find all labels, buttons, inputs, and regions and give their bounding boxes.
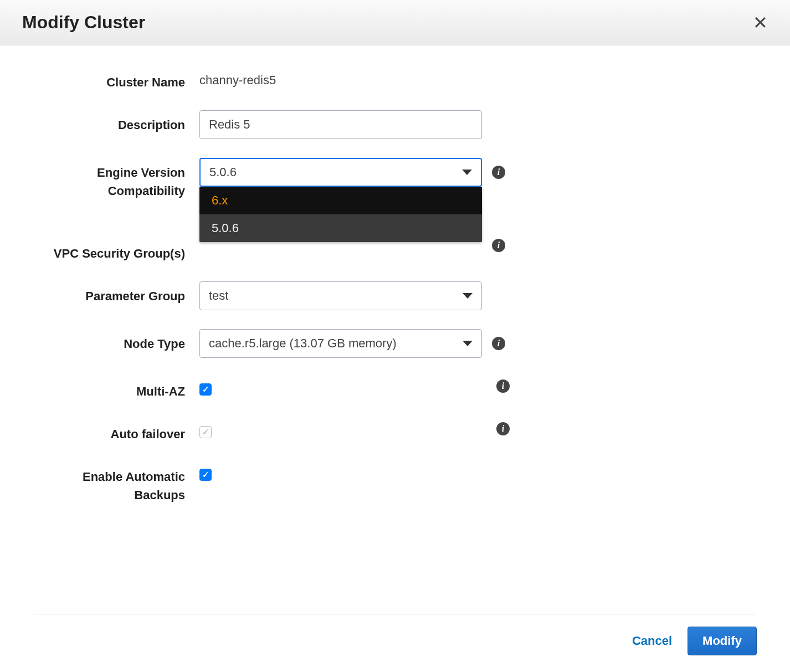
label-node-type: Node Type: [33, 329, 199, 353]
row-cluster-name: Cluster Name channy-redis5: [33, 68, 757, 91]
checkbox-auto-failover: [199, 426, 212, 438]
modal-footer: Cancel Modify: [33, 614, 757, 672]
row-enable-backups: Enable Automatic Backups i: [33, 462, 757, 504]
row-engine-version: Engine Version Compatibility 5.0.6 6.x 5…: [33, 158, 757, 200]
caret-down-icon: [463, 341, 473, 346]
modal-header: Modify Cluster ✕: [0, 0, 790, 45]
select-parameter-group[interactable]: test: [199, 281, 482, 310]
dropdown-option-506[interactable]: 5.0.6: [199, 214, 482, 242]
caret-down-icon: [463, 293, 473, 299]
checkbox-enable-backups[interactable]: [199, 469, 212, 481]
modify-button[interactable]: Modify: [688, 627, 757, 655]
row-parameter-group: Parameter Group test: [33, 281, 757, 310]
checkbox-multi-az[interactable]: [199, 383, 212, 396]
select-node-type-value: cache.r5.large (13.07 GB memory): [209, 336, 397, 351]
modal-body: Cluster Name channy-redis5 Description E…: [0, 45, 790, 614]
select-engine-version-value: 5.0.6: [209, 165, 237, 179]
label-multi-az: Multi-AZ: [33, 377, 199, 401]
info-icon[interactable]: i: [492, 239, 505, 252]
label-parameter-group: Parameter Group: [33, 281, 199, 305]
modal-title: Modify Cluster: [22, 12, 145, 33]
select-node-type[interactable]: cache.r5.large (13.07 GB memory): [199, 329, 482, 358]
label-description: Description: [33, 110, 199, 134]
row-multi-az: Multi-AZ i: [33, 377, 757, 401]
row-auto-failover: Auto failover i: [33, 419, 757, 443]
modify-cluster-modal: Modify Cluster ✕ Cluster Name channy-red…: [0, 0, 790, 672]
dropdown-engine-version: 6.x 5.0.6: [199, 187, 482, 242]
close-icon[interactable]: ✕: [753, 14, 768, 32]
label-auto-failover: Auto failover: [33, 419, 199, 443]
value-cluster-name: channy-redis5: [199, 68, 276, 88]
input-description[interactable]: [199, 110, 482, 139]
info-icon[interactable]: i: [492, 166, 505, 179]
select-parameter-group-value: test: [209, 289, 228, 303]
info-icon[interactable]: i: [496, 422, 510, 435]
row-node-type: Node Type cache.r5.large (13.07 GB memor…: [33, 329, 757, 358]
caret-down-icon: [462, 170, 472, 175]
info-icon[interactable]: i: [492, 337, 505, 350]
cancel-button[interactable]: Cancel: [632, 634, 672, 648]
label-enable-backups: Enable Automatic Backups: [33, 462, 199, 504]
dropdown-option-6x[interactable]: 6.x: [199, 187, 482, 214]
info-icon[interactable]: i: [496, 379, 510, 393]
label-engine-version: Engine Version Compatibility: [33, 158, 199, 200]
label-cluster-name: Cluster Name: [33, 68, 199, 91]
row-description: Description: [33, 110, 757, 139]
row-vpc-security-groups: VPC Security Group(s) i: [33, 239, 757, 263]
select-engine-version[interactable]: 5.0.6: [199, 158, 482, 187]
label-vpc-security-groups: VPC Security Group(s): [33, 239, 199, 263]
